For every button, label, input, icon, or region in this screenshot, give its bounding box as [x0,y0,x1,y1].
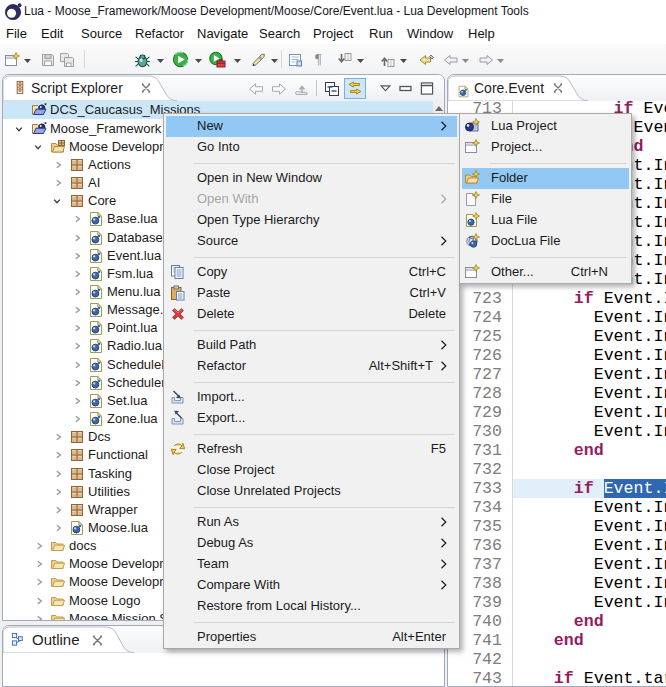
svg-text:¶: ¶ [315,52,322,67]
